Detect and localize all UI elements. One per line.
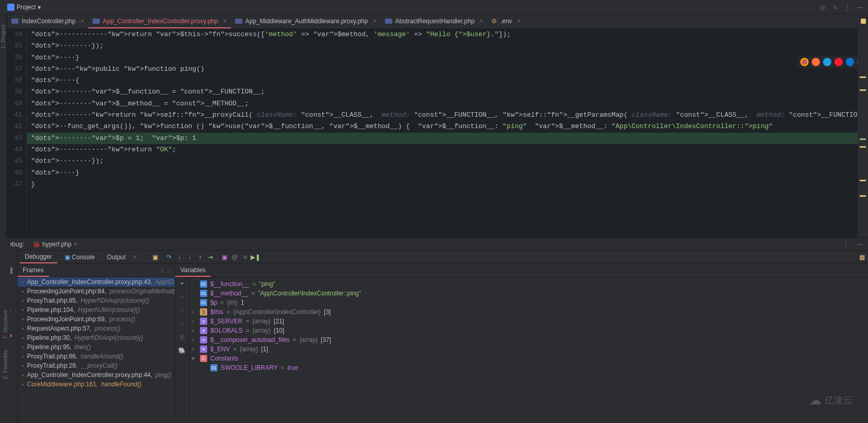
variable-item[interactable]: ›{} $this = {App\Controller\IndexControl… [192,307,866,317]
debug-session-tab[interactable]: 🐞 hyperf.php × [29,240,81,249]
debug-menu-icon[interactable]: ⋮ [842,240,850,248]
variable-item[interactable]: ›≡ $_SERVER = {array} [21] [192,317,866,326]
output-tab[interactable]: Output [102,252,131,263]
force-step-icon[interactable]: ↓ [185,253,194,261]
editor-tab[interactable]: App_Middleware_AuthMiddleware.proxy.php× [231,14,381,28]
structure-tool-tab[interactable]: 7: Structure [2,310,8,339]
chevron-down-icon: ▾ [38,4,41,11]
close-icon[interactable]: × [81,18,84,25]
edge-icon[interactable] [846,58,854,66]
project-label: Project [17,4,36,11]
step-out-icon[interactable]: ↑ [196,253,204,261]
add-watch-icon[interactable]: + [178,279,187,288]
watermark: ☁ 亿速云 [809,393,853,408]
frames-tab[interactable]: Frames [18,264,49,277]
close-icon[interactable]: × [517,18,521,25]
editor-tab[interactable]: IndexController.php× [7,14,88,28]
collapse-icon[interactable]: ⤡ [831,3,839,11]
variable-item[interactable]: ▾C Constants [192,354,866,363]
copy-icon[interactable]: ⎘ [178,333,187,341]
code-editor[interactable]: 3435363738394041424344454647 "dots">····… [7,29,868,238]
stack-frame[interactable]: ▪CoreMiddleware.php:161, handleFound() [18,380,175,389]
project-selector[interactable]: Project ▾ [4,3,44,12]
variable-item[interactable]: ›≡ $GLOBALS = {array} [10] [192,326,866,335]
continue-icon[interactable]: ▶❚ [251,253,259,261]
favorites-tool-tab[interactable]: 2: Favorites [2,350,8,379]
debugger-tab[interactable]: Debugger [20,251,57,263]
minimize-icon[interactable]: — [856,3,864,11]
editor-tab[interactable]: ⚙.env× [487,14,525,28]
stack-frame[interactable]: ▪ProxyTrait.php:86, handleAround() [18,352,175,361]
variable-item[interactable]: 01 $__function__ = "ping" [192,279,866,289]
editor-tab[interactable]: AbstractRequestHandler.php× [381,14,487,28]
editor-tab[interactable]: App_Controller_IndexController.proxy.php… [88,14,231,28]
minimize-debug-icon[interactable]: — [856,240,864,248]
firefox-icon[interactable] [812,58,820,66]
layout-icon[interactable]: ▦ [858,253,866,261]
stack-frame[interactable]: ▪Pipeline.php:95, then() [18,342,175,352]
stack-frame[interactable]: ▪ProxyTrait.php:29, __proxyCall() [18,361,175,370]
variables-tab[interactable]: Variables [175,264,211,277]
safari-icon[interactable] [823,58,831,66]
step-into-icon[interactable]: ↓ [175,253,183,261]
up-icon[interactable]: ↑ [178,306,187,315]
frame-up-icon[interactable]: ↑ [160,267,166,274]
down-icon[interactable]: ↓ [178,320,187,328]
stack-frame[interactable]: ▪RequestAspect.php:57, process() [18,324,175,333]
folder-icon [7,4,14,11]
variable-item[interactable]: 01 $p = {int} 1 [192,298,866,307]
run-to-cursor-icon[interactable]: ⇥ [206,253,214,261]
console-tab[interactable]: ▣ Console [59,252,100,263]
stack-frame[interactable]: ▪ProxyTrait.php:85, Hyperf\Di\Aop\{closu… [18,296,175,305]
close-icon[interactable]: × [373,18,377,25]
stack-frame[interactable]: ▪Pipeline.php:30, Hyperf\Di\Aop\{closure… [18,333,175,342]
editor-scrollbar-markers [858,14,868,238]
editor-tabs: IndexController.php×App_Controller_Index… [7,14,868,29]
remove-icon[interactable]: − [178,293,187,301]
variable-item[interactable]: 01 SWOOLE_LIBRARY = true [192,363,866,372]
show-execution-icon[interactable]: ▣ [151,253,159,261]
opera-icon[interactable] [834,58,843,66]
variable-item[interactable]: ›≡ $_ENV = {array} [1] [192,344,866,354]
evaluate-icon[interactable]: ▣ [220,253,228,261]
variable-item[interactable]: 01 $__method__ = "App\Controller\IndexCo… [192,289,866,298]
close-output-icon[interactable]: × [133,254,136,261]
stack-frame[interactable]: ▪ProceedingJoinPoint.php:69, process() [18,315,175,324]
close-icon[interactable]: × [73,241,77,248]
frame-down-icon[interactable]: ↓ [166,267,175,274]
elephant-icon[interactable]: 🐘 [178,347,187,355]
stack-frame[interactable]: ▪App_Controller_IndexController.proxy.ph… [18,370,175,380]
watch-icon[interactable]: @ [230,253,239,261]
project-tool-tab[interactable]: 1: Project [0,25,6,49]
chrome-icon[interactable] [800,58,809,66]
list-icon[interactable]: ≡ [241,253,249,261]
close-icon[interactable]: × [479,18,483,25]
step-over-icon[interactable]: ↷ [165,253,173,261]
stack-frame[interactable]: ▪ProceedingJoinPoint.php:84, processOrig… [18,287,175,296]
close-icon[interactable]: × [223,18,227,25]
variable-item[interactable]: ›≡ $__composer_autoload_files = {array} … [192,335,866,344]
stack-frame[interactable]: ▪App_Controller_IndexController.proxy.ph… [18,277,175,287]
settings-icon[interactable]: ⋮ [843,3,851,11]
target-icon[interactable]: ◎ [818,3,827,11]
stack-frame[interactable]: ▪Pipeline.php:104, Hyperf\Utils\{closure… [18,305,175,315]
debug-session-name: hyperf.php [42,241,72,248]
